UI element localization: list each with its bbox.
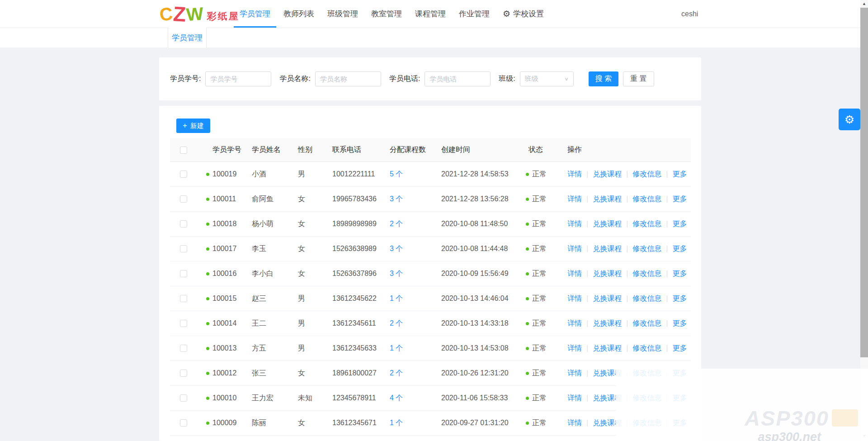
action-detail[interactable]: 详情 <box>567 344 582 353</box>
cell-course-count: 2 个 <box>390 219 441 229</box>
action-edit-info[interactable]: 修改信息 <box>632 244 661 254</box>
action-exchange-course[interactable]: 兑换课程 <box>593 294 622 303</box>
new-student-button[interactable]: + 新建 <box>176 119 210 133</box>
action-more[interactable]: 更多 <box>672 170 687 179</box>
cell-created-time: 2021-12-28 13:56:28 <box>441 195 526 203</box>
action-detail[interactable]: 详情 <box>567 294 582 303</box>
logo-letter-z: Z <box>173 3 186 24</box>
student-phone-input[interactable] <box>425 71 491 86</box>
action-detail[interactable]: 详情 <box>567 244 582 254</box>
student-name-input[interactable] <box>315 71 381 86</box>
nav-item-classrooms[interactable]: 教室管理 <box>371 0 402 28</box>
action-exchange-course[interactable]: 兑换课程 <box>593 219 622 229</box>
action-exchange-course[interactable]: 兑换课程 <box>593 269 622 279</box>
status-dot-icon <box>526 372 529 375</box>
action-more[interactable]: 更多 <box>672 269 687 279</box>
action-edit-info[interactable]: 修改信息 <box>632 194 661 204</box>
action-separator: | <box>626 319 628 327</box>
action-more[interactable]: 更多 <box>672 294 687 303</box>
nav-item-teachers[interactable]: 教师列表 <box>283 0 314 28</box>
action-edit-info[interactable]: 修改信息 <box>632 294 661 303</box>
action-detail[interactable]: 详情 <box>567 269 582 279</box>
action-separator: | <box>626 170 628 178</box>
search-field-student-id: 学员学号: <box>170 71 271 86</box>
user-menu[interactable]: ceshi <box>681 0 698 28</box>
row-checkbox[interactable] <box>180 171 187 178</box>
action-exchange-course[interactable]: 兑换课程 <box>593 194 622 204</box>
nav-item-classes[interactable]: 班级管理 <box>327 0 358 28</box>
course-count-link[interactable]: 3 个 <box>390 245 403 252</box>
cell-actions: 详情|兑换课程|修改信息|更多 <box>567 170 691 179</box>
nav-item-courses[interactable]: 课程管理 <box>415 0 446 28</box>
row-checkbox[interactable] <box>180 270 187 277</box>
watermark-overlay: ASP300 asp300.net <box>616 369 868 441</box>
course-count-link[interactable]: 1 个 <box>390 419 403 427</box>
floating-settings-button[interactable]: ⚙ <box>839 109 860 130</box>
action-edit-info[interactable]: 修改信息 <box>632 319 661 328</box>
nav-item-label: 学校设置 <box>513 9 544 19</box>
gear-icon: ⚙ <box>844 113 854 126</box>
class-select[interactable]: 班级∨ <box>520 71 574 86</box>
scrollbar-thumb[interactable] <box>860 8 868 357</box>
row-checkbox[interactable] <box>180 370 187 377</box>
cell-phone: 13612345611 <box>332 319 390 327</box>
row-checkbox[interactable] <box>180 345 187 352</box>
scroll-up-arrow-icon[interactable]: ▲ <box>860 0 868 8</box>
cell-status: 正常 <box>526 244 567 254</box>
action-detail[interactable]: 详情 <box>567 319 582 328</box>
row-checkbox[interactable] <box>180 295 187 302</box>
course-count-link[interactable]: 2 个 <box>390 319 403 327</box>
course-count-link[interactable]: 1 个 <box>390 294 403 302</box>
cell-created-time: 2020-10-13 14:53:08 <box>441 344 526 352</box>
row-checkbox[interactable] <box>180 394 187 402</box>
course-count-link[interactable]: 2 个 <box>390 220 403 228</box>
action-more[interactable]: 更多 <box>672 344 687 353</box>
action-edit-info[interactable]: 修改信息 <box>632 170 661 179</box>
app-logo[interactable]: CZW 彩纸屋 <box>160 3 240 25</box>
action-more[interactable]: 更多 <box>672 319 687 328</box>
action-more[interactable]: 更多 <box>672 244 687 254</box>
select-all-checkbox[interactable] <box>180 147 187 154</box>
nav-item-students[interactable]: 学员管理 <box>240 0 270 28</box>
action-detail[interactable]: 详情 <box>567 170 582 179</box>
reset-button[interactable]: 重 置 <box>623 71 654 86</box>
course-count-link[interactable]: 2 个 <box>390 369 403 377</box>
action-more[interactable]: 更多 <box>672 194 687 204</box>
action-detail[interactable]: 详情 <box>567 394 582 403</box>
tab-student-management[interactable]: 学员管理 <box>168 28 207 48</box>
action-edit-info[interactable]: 修改信息 <box>632 269 661 279</box>
action-detail[interactable]: 详情 <box>567 219 582 229</box>
cell-student-name: 王力宏 <box>252 394 298 403</box>
action-edit-info[interactable]: 修改信息 <box>632 344 661 353</box>
cell-student-id: 100014 <box>206 319 252 327</box>
course-count-link[interactable]: 3 个 <box>390 270 403 277</box>
student-id-value: 100015 <box>212 294 236 303</box>
action-detail[interactable]: 详情 <box>567 194 582 204</box>
row-checkbox[interactable] <box>180 220 187 228</box>
course-count-link[interactable]: 5 个 <box>390 170 403 178</box>
nav-item-homework[interactable]: 作业管理 <box>459 0 490 28</box>
action-more[interactable]: 更多 <box>672 219 687 229</box>
search-button[interactable]: 搜 索 <box>589 71 618 86</box>
course-count-link[interactable]: 4 个 <box>390 394 403 402</box>
nav-item-school-settings[interactable]: ⚙学校设置 <box>503 0 544 28</box>
action-exchange-course[interactable]: 兑换课程 <box>593 244 622 254</box>
course-count-link[interactable]: 1 个 <box>390 344 403 352</box>
cell-student-name: 陈丽 <box>252 418 298 428</box>
status-badge: 正常 <box>532 294 547 303</box>
row-checkbox[interactable] <box>180 320 187 327</box>
action-exchange-course[interactable]: 兑换课程 <box>593 344 622 353</box>
action-exchange-course[interactable]: 兑换课程 <box>593 170 622 179</box>
action-detail[interactable]: 详情 <box>567 418 582 428</box>
cell-status: 正常 <box>526 344 567 353</box>
action-detail[interactable]: 详情 <box>567 369 582 378</box>
course-count-link[interactable]: 3 个 <box>390 195 403 203</box>
action-edit-info[interactable]: 修改信息 <box>632 219 661 229</box>
student-id-input[interactable] <box>205 71 271 86</box>
action-separator: | <box>586 245 588 253</box>
row-checkbox[interactable] <box>180 419 187 427</box>
action-separator: | <box>666 195 668 203</box>
action-exchange-course[interactable]: 兑换课程 <box>593 319 622 328</box>
row-checkbox[interactable] <box>180 195 187 203</box>
row-checkbox[interactable] <box>180 245 187 252</box>
